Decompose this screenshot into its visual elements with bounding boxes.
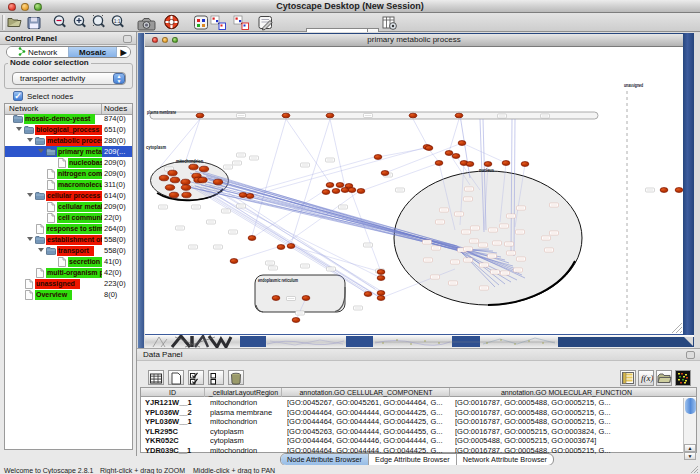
svg-text:endoplasmic reticulum: endoplasmic reticulum	[258, 278, 298, 283]
svg-text:unassigned: unassigned	[624, 83, 643, 88]
svg-text:mitochondrion: mitochondrion	[176, 159, 203, 164]
svg-text:plasma membrane: plasma membrane	[147, 110, 176, 115]
svg-text:f(x): f(x)	[641, 373, 653, 383]
svg-text:cytoplasm: cytoplasm	[146, 145, 166, 150]
svg-text:nucleus: nucleus	[479, 168, 494, 173]
svg-text:1:1: 1:1	[114, 18, 121, 24]
